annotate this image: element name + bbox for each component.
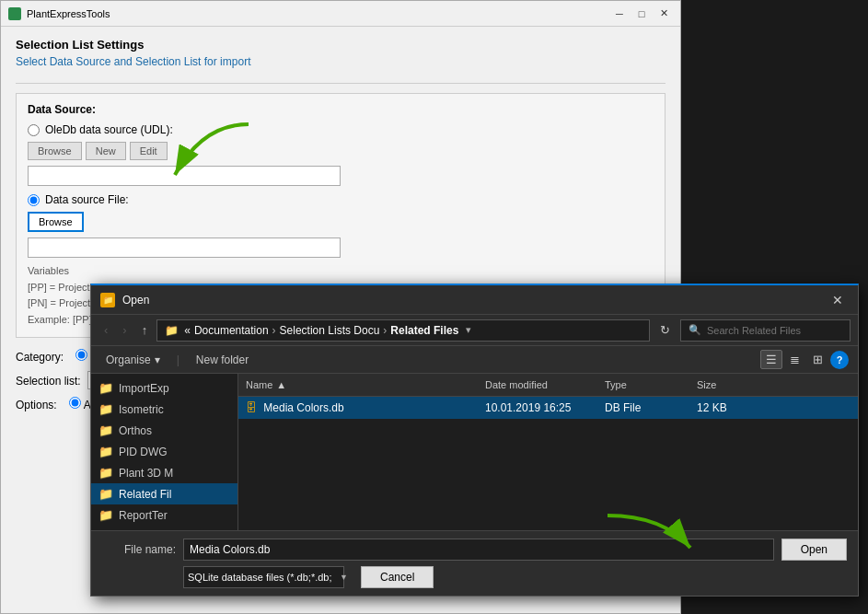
breadcrumb-bar: 📁 « Documentation › Selection Lists Docu… <box>156 319 650 342</box>
organise-label: Organise <box>106 353 151 366</box>
dialog-close-button[interactable]: ✕ <box>827 291 849 309</box>
view-icons-button[interactable]: ⊞ <box>807 350 828 369</box>
folder-item-importexp[interactable]: 📁 ImportExp <box>91 377 237 399</box>
breadcrumb-documentation[interactable]: Documentation <box>194 324 269 337</box>
data-source-file-label: Data source File: <box>45 193 129 206</box>
column-header-name[interactable]: Name ▲ <box>238 377 478 392</box>
data-source-file-radio[interactable] <box>28 194 40 206</box>
file-size-cell: 12 KB <box>689 401 763 414</box>
selection-list-label: Selection list: <box>16 375 81 388</box>
folder-tree: 📁 ImportExp 📁 Isometric 📁 Orthos 📁 PID D… <box>91 374 238 530</box>
page-subtitle: Select Data Source and Selection List fo… <box>16 55 665 68</box>
browse-udl-button[interactable]: Browse <box>28 142 82 160</box>
folder-icon: 📁 <box>98 445 113 458</box>
edit-udl-button[interactable]: Edit <box>130 142 168 160</box>
up-button[interactable]: ↑ <box>136 319 154 341</box>
folder-name-reportter: ReportTer <box>119 509 230 522</box>
cancel-button[interactable]: Cancel <box>361 566 434 588</box>
filetype-row: SQLite database files (*.db;*.db; Cancel <box>102 566 847 588</box>
filetype-select-wrapper: SQLite database files (*.db;*.db; <box>183 566 353 588</box>
dialog-title-icon: 📁 <box>100 293 115 307</box>
folder-item-reportter[interactable]: 📁 ReportTer <box>91 504 237 526</box>
column-header-date[interactable]: Date modified <box>478 377 597 392</box>
col-size-label: Size <box>697 379 716 390</box>
breadcrumb-part1: « <box>184 324 191 337</box>
folder-icon: 📁 <box>98 466 113 480</box>
file-path-input[interactable] <box>28 237 341 258</box>
close-button[interactable]: ✕ <box>654 6 673 21</box>
dialog-bottom: File name: Open SQLite database files (*… <box>91 530 858 596</box>
dialog-title-left: 📁 Open <box>100 293 149 307</box>
new-folder-button[interactable]: New folder <box>191 351 254 369</box>
maximize-button[interactable]: □ <box>632 6 651 21</box>
breadcrumb-sep2: › <box>383 324 387 337</box>
breadcrumb-dropdown[interactable]: ▾ <box>462 324 475 336</box>
search-icon: 🔍 <box>689 324 701 336</box>
search-input[interactable] <box>707 325 842 336</box>
new-udl-button[interactable]: New <box>86 142 126 160</box>
folder-item-related-files[interactable]: 📁 Related Fil <box>91 483 237 504</box>
file-list-header: Name ▲ Date modified Type Size <box>238 374 858 397</box>
filename-input[interactable] <box>183 539 774 561</box>
forward-button[interactable]: › <box>117 319 132 341</box>
title-bar-left: PlantExpressTools <box>8 7 110 20</box>
organise-button[interactable]: Organise ▾ <box>100 351 166 369</box>
ole-db-buttons: Browse New Edit <box>28 142 654 160</box>
refresh-button[interactable]: ↻ <box>654 319 677 341</box>
breadcrumb-sep1: › <box>272 324 276 337</box>
browse-file-button[interactable]: Browse <box>28 212 84 232</box>
separator <box>16 83 665 84</box>
folder-item-pid-dwg[interactable]: 📁 PID DWG <box>91 441 237 462</box>
open-button[interactable]: Open <box>781 539 847 561</box>
ole-db-radio[interactable] <box>28 124 40 136</box>
breadcrumb-selection-lists[interactable]: Selection Lists Docu <box>280 324 380 337</box>
ole-db-path-input[interactable] <box>28 166 341 186</box>
nav-bar: ‹ › ↑ 📁 « Documentation › Selection List… <box>91 315 858 346</box>
col-date-label: Date modified <box>485 379 548 390</box>
app-icon <box>8 7 21 20</box>
title-bar: PlantExpressTools ─ □ ✕ <box>1 1 680 27</box>
filename-row: File name: Open <box>102 539 847 561</box>
page-title: Selection List Settings <box>16 38 665 52</box>
app-title: PlantExpressTools <box>27 8 110 19</box>
file-name-label: File name: <box>102 543 176 556</box>
file-row-media-colors[interactable]: 🗄 Media Colors.db 10.01.2019 16:25 DB Fi… <box>238 397 858 419</box>
folder-name-related-files: Related Fil <box>119 488 230 501</box>
col-type-label: Type <box>605 379 627 390</box>
open-dialog: 📁 Open ✕ ‹ › ↑ 📁 « Documentation › Selec… <box>90 284 859 597</box>
ole-db-radio-row: OleDb data source (UDL): <box>28 123 654 136</box>
col-name-label: Name <box>246 379 272 390</box>
folder-name-importexp: ImportExp <box>119 382 230 395</box>
view-icons-group: ☰ ≣ ⊞ ? <box>760 350 849 369</box>
back-button[interactable]: ‹ <box>98 319 113 341</box>
dialog-title-bar: 📁 Open ✕ <box>91 285 858 315</box>
help-button[interactable]: ? <box>830 351 849 369</box>
ole-db-label: OleDb data source (UDL): <box>45 123 173 136</box>
file-name-label: Media Colors.db <box>263 401 343 414</box>
folder-icon: 📁 <box>98 487 113 501</box>
file-name-cell: 🗄 Media Colors.db <box>238 401 478 414</box>
breadcrumb-related-files[interactable]: Related Files <box>390 324 458 337</box>
folder-name-plant3d: Plant 3D M <box>119 467 230 480</box>
search-box: 🔍 <box>680 319 851 342</box>
sort-icon: ▲ <box>276 379 286 390</box>
file-type-cell: DB File <box>597 401 689 414</box>
variables-label: Variables <box>28 263 654 280</box>
minimize-button[interactable]: ─ <box>610 6 629 21</box>
folder-item-isometric[interactable]: 📁 Isometric <box>91 399 237 420</box>
folder-name-isometric: Isometric <box>119 403 230 416</box>
add-update-radio[interactable] <box>69 397 81 409</box>
view-details-button[interactable]: ≣ <box>784 350 805 369</box>
folder-icon: 📁 <box>98 508 113 522</box>
pid-radio[interactable] <box>75 349 87 361</box>
data-source-label: Data Source: <box>28 103 654 116</box>
column-header-type[interactable]: Type <box>597 377 689 392</box>
folder-item-plant3d[interactable]: 📁 Plant 3D M <box>91 462 237 483</box>
folder-item-orthos[interactable]: 📁 Orthos <box>91 420 237 441</box>
db-file-icon: 🗄 <box>246 401 257 414</box>
filetype-select[interactable]: SQLite database files (*.db;*.db; <box>183 566 344 588</box>
breadcrumb-folder-icon: 📁 <box>165 324 179 337</box>
column-header-size[interactable]: Size <box>689 377 763 392</box>
view-list-button[interactable]: ☰ <box>760 350 782 369</box>
folder-icon: 📁 <box>98 423 113 437</box>
